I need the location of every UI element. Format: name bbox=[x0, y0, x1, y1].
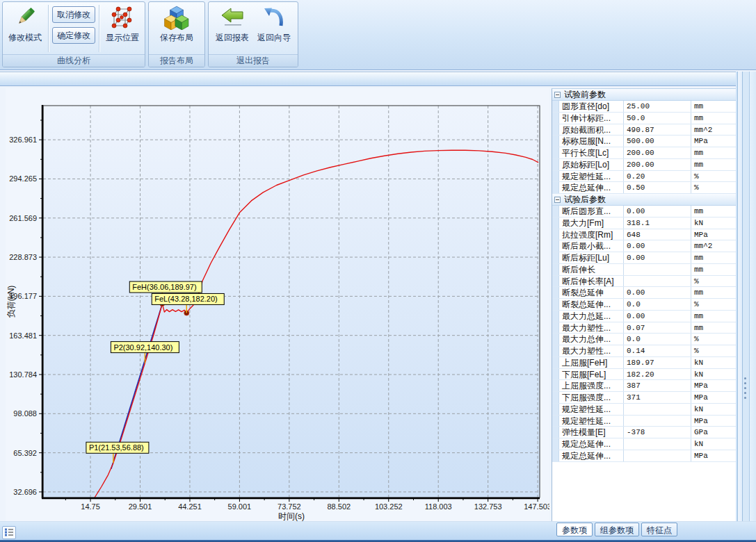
param-value[interactable]: 0.20 bbox=[623, 171, 691, 182]
list-pane-button[interactable] bbox=[2, 526, 16, 539]
param-row[interactable]: 规定总延伸...kN bbox=[552, 438, 736, 450]
param-value[interactable]: 200.00 bbox=[623, 147, 691, 158]
param-row[interactable]: 最大力总伸...0.0% bbox=[552, 334, 736, 345]
return-wizard-label: 返回向导 bbox=[257, 33, 291, 42]
param-row[interactable]: 下屈服[FeL]182.20kN bbox=[552, 369, 736, 381]
param-value[interactable] bbox=[623, 416, 691, 427]
tab-feature-points[interactable]: 特征点 bbox=[641, 523, 677, 536]
param-unit: mm bbox=[691, 113, 736, 124]
param-row[interactable]: 标称屈服[N...500.00MPa bbox=[552, 136, 736, 147]
row-indent bbox=[552, 380, 559, 391]
back-arrow-icon bbox=[220, 5, 245, 30]
save-layout-button[interactable]: 保存布局 bbox=[156, 3, 198, 54]
param-value[interactable]: 182.20 bbox=[623, 369, 691, 380]
param-value[interactable]: 0.00 bbox=[623, 240, 691, 252]
param-value[interactable]: 0.07 bbox=[623, 322, 691, 334]
param-name: 最大力塑性... bbox=[559, 345, 623, 356]
return-report-button[interactable]: 返回报表 bbox=[211, 3, 253, 54]
modify-mode-label: 修改模式 bbox=[8, 33, 42, 42]
param-row[interactable]: 最大力[Fm]318.1kN bbox=[552, 217, 736, 229]
param-value[interactable]: 0.00 bbox=[623, 311, 691, 322]
param-value[interactable]: 0.0 bbox=[623, 299, 691, 310]
row-indent bbox=[552, 264, 559, 275]
param-value[interactable]: 490.87 bbox=[623, 124, 691, 136]
param-name: 最大力总伸... bbox=[559, 334, 623, 345]
param-value[interactable]: 25.00 bbox=[623, 101, 691, 112]
tab-group-parameter-items[interactable]: 组参数项 bbox=[595, 523, 639, 536]
param-row[interactable]: 抗拉强度[Rm]648MPa bbox=[552, 229, 736, 241]
param-group-header[interactable]: 试验前参数 bbox=[552, 89, 736, 101]
param-value[interactable]: 0.00 bbox=[623, 206, 691, 217]
param-row[interactable]: 断后最小截...0.00mm^2 bbox=[552, 240, 736, 252]
collapse-icon[interactable] bbox=[554, 197, 561, 203]
modify-mode-button[interactable]: 修改模式 bbox=[4, 3, 46, 54]
param-group-label: 试验前参数 bbox=[564, 89, 606, 101]
param-row[interactable]: 断裂总延伸0.00mm bbox=[552, 287, 736, 299]
x-tick-label: 14.75 bbox=[81, 502, 100, 511]
param-row[interactable]: 最大力塑性...0.07mm bbox=[552, 322, 736, 334]
param-row[interactable]: 最大力塑性...0.14% bbox=[552, 345, 736, 357]
y-tick-label: 261.569 bbox=[9, 214, 37, 222]
param-row[interactable]: 圆形直径[do]25.00mm bbox=[552, 101, 736, 113]
param-value[interactable]: 318.1 bbox=[623, 217, 691, 229]
param-row[interactable]: 原始截面积...490.87mm^2 bbox=[552, 124, 736, 136]
param-value[interactable]: 648 bbox=[623, 229, 691, 240]
param-row[interactable]: 断后标距[Lu]0.00mm bbox=[552, 252, 736, 264]
vertical-splitter[interactable] bbox=[736, 72, 756, 540]
param-name: 上屈服[FeH] bbox=[559, 357, 623, 368]
param-name: 断后伸长 bbox=[559, 264, 623, 275]
param-value[interactable]: 0.14 bbox=[623, 345, 691, 356]
confirm-modify-button[interactable]: 确定修改 bbox=[52, 27, 95, 44]
param-row[interactable]: 规定塑性延...0.20% bbox=[552, 171, 736, 183]
param-row[interactable]: 最大力总延...0.00mm bbox=[552, 311, 736, 322]
param-value[interactable]: 0.0 bbox=[623, 334, 691, 345]
param-value[interactable]: 500.00 bbox=[623, 136, 691, 147]
param-unit: % bbox=[691, 345, 736, 356]
param-value[interactable]: -378 bbox=[623, 427, 691, 438]
param-row[interactable]: 规定总延伸...0.50% bbox=[552, 182, 736, 194]
param-name: 弹性模量[E] bbox=[559, 427, 623, 438]
param-value[interactable] bbox=[623, 404, 691, 415]
cancel-modify-button[interactable]: 取消修改 bbox=[52, 6, 95, 23]
param-unit: MPa bbox=[691, 136, 736, 147]
x-tick-label: 147.503 bbox=[524, 502, 549, 511]
collapse-icon[interactable] bbox=[554, 92, 561, 98]
param-row[interactable]: 引伸计标距...50.0mm bbox=[552, 113, 736, 124]
param-row[interactable]: 原始标距[Lo]200.00mm bbox=[552, 159, 736, 171]
param-value[interactable] bbox=[623, 438, 691, 450]
return-wizard-button[interactable]: 返回向导 bbox=[253, 3, 295, 54]
param-value[interactable]: 50.0 bbox=[623, 113, 691, 124]
param-value[interactable] bbox=[623, 264, 691, 275]
ribbon-separator bbox=[99, 5, 99, 52]
param-value[interactable] bbox=[623, 276, 691, 287]
param-row[interactable]: 下屈服强度...371MPa bbox=[552, 392, 736, 404]
param-name: 规定塑性延... bbox=[559, 416, 623, 427]
param-row[interactable]: 断裂总延伸...0.0% bbox=[552, 299, 736, 311]
show-position-button[interactable]: 显示位置 bbox=[102, 3, 143, 54]
param-row[interactable]: 规定总延伸...MPa bbox=[552, 450, 736, 462]
param-group-header[interactable]: 试验后参数 bbox=[552, 194, 736, 206]
param-value[interactable]: 371 bbox=[623, 392, 691, 403]
ribbon-group-report-layout: 保存布局 报告布局 bbox=[148, 1, 205, 67]
param-value[interactable]: 200.00 bbox=[623, 159, 691, 170]
param-value[interactable]: 0.00 bbox=[623, 287, 691, 298]
param-unit: MPa bbox=[691, 380, 736, 391]
param-row[interactable]: 断后伸长mm bbox=[552, 264, 736, 276]
param-row[interactable]: 上屈服强度...387MPa bbox=[552, 380, 736, 392]
param-row[interactable]: 断后伸长率[A]% bbox=[552, 276, 736, 288]
param-row[interactable]: 断后圆形直...0.00mm bbox=[552, 206, 736, 217]
param-value[interactable]: 0.50 bbox=[623, 182, 691, 193]
param-row[interactable]: 弹性模量[E]-378GPa bbox=[552, 427, 736, 438]
param-row[interactable]: 规定塑性延...kN bbox=[552, 404, 736, 416]
x-tick-label: 132.753 bbox=[474, 502, 502, 511]
horizontal-splitter-bar[interactable] bbox=[0, 72, 756, 86]
param-name: 断裂总延伸 bbox=[559, 287, 623, 298]
tab-parameter-items[interactable]: 参数项 bbox=[556, 523, 593, 536]
param-value[interactable]: 0.00 bbox=[623, 252, 691, 263]
param-value[interactable] bbox=[623, 450, 691, 461]
param-row[interactable]: 规定塑性延...MPa bbox=[552, 416, 736, 427]
param-row[interactable]: 平行长度[Lc]200.00mm bbox=[552, 147, 736, 159]
param-value[interactable]: 189.97 bbox=[623, 357, 691, 368]
param-value[interactable]: 387 bbox=[623, 380, 691, 391]
param-row[interactable]: 上屈服[FeH]189.97kN bbox=[552, 357, 736, 369]
